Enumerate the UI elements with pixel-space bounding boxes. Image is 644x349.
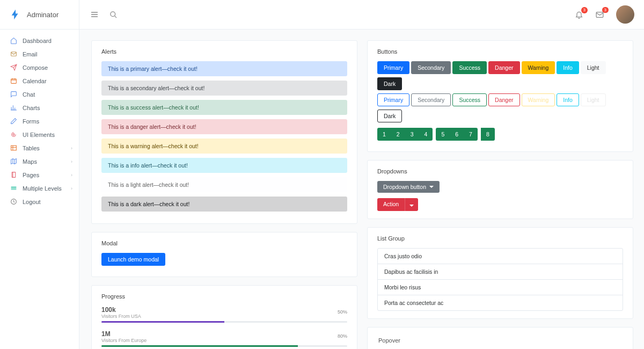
sidebar-item-chat[interactable]: Chat (0, 88, 79, 101)
chevron-right-icon: › (71, 159, 72, 164)
sidebar-item-label: Multiple Levels (23, 185, 62, 192)
sidebar-item-email[interactable]: Email (0, 47, 79, 61)
progress-item: 100kVisitors From USA50% (101, 306, 347, 323)
sidebar-item-ui-elements[interactable]: UI Elements (0, 128, 79, 141)
split-button-caret[interactable] (405, 198, 418, 211)
sidebar-item-label: Pages (23, 172, 39, 178)
list-item[interactable]: Cras justo odio (378, 249, 623, 264)
chevron-right-icon: › (71, 186, 72, 191)
avatar[interactable] (616, 5, 634, 24)
chevron-down-icon (429, 186, 434, 188)
split-button[interactable]: Action (377, 198, 418, 211)
progress-card: Progress 100kVisitors From USA50%1MVisit… (91, 285, 357, 349)
buttons-card: Buttons PrimarySecondarySuccessDangerWar… (367, 40, 633, 152)
pen-icon (10, 118, 17, 125)
group-button-2[interactable]: 2 (391, 128, 405, 141)
sidebar-item-maps[interactable]: Maps› (0, 155, 79, 168)
home-icon (10, 37, 17, 44)
group-button-8[interactable]: 8 (481, 128, 495, 141)
pages-icon (10, 171, 17, 178)
alerts-card: Alerts This is a primary alert—check it … (91, 40, 357, 224)
split-button-label[interactable]: Action (377, 198, 405, 211)
sidebar-item-calendar[interactable]: Calendar (0, 74, 79, 88)
progress-percent: 50% (338, 309, 347, 315)
sidebar-item-dashboard[interactable]: Dashboard (0, 34, 79, 47)
svg-point-0 (111, 11, 115, 16)
alert-success: This is a success alert—check it out! (101, 100, 347, 115)
sidebar-item-label: Calendar (23, 78, 47, 84)
popover-tooltips-card: Popover Click to toggle popover Tootips … (367, 327, 633, 349)
notifications-badge: 3 (581, 7, 588, 13)
sidebar-item-pages[interactable]: Pages› (0, 168, 79, 181)
brand-name: Adminator (27, 11, 58, 19)
card-title: Modal (101, 240, 347, 246)
group-button-7[interactable]: 7 (464, 128, 478, 141)
group-button-3[interactable]: 3 (405, 128, 419, 141)
svg-rect-5 (11, 146, 16, 150)
warning-outline-button[interactable]: Warning (522, 93, 555, 106)
sidebar-item-logout[interactable]: Logout (0, 195, 79, 208)
main-content: Alerts This is a primary alert—check it … (79, 30, 644, 349)
sidebar-item-label: Dashboard (23, 38, 52, 44)
progress-bar (101, 345, 347, 347)
sidebar-item-label: Email (23, 51, 38, 57)
card-title: Progress (101, 293, 347, 300)
listgroup-card: List Group Cras justo odioDapibus ac fac… (367, 227, 633, 319)
success-outline-button[interactable]: Success (452, 93, 487, 106)
dark-outline-button[interactable]: Dark (377, 110, 402, 122)
sidebar-item-label: Compose (23, 64, 48, 71)
sidebar-item-label: Maps (23, 158, 37, 165)
sidebar-item-label: UI Elements (23, 132, 55, 138)
card-title: List Group (377, 235, 623, 242)
info-outline-button[interactable]: Info (557, 93, 579, 106)
sidebar-item-forms[interactable]: Forms (0, 114, 79, 128)
logo-area[interactable]: Adminator (0, 0, 79, 29)
secondary-button[interactable]: Secondary (411, 61, 451, 74)
progress-percent: 80% (338, 333, 347, 339)
dropdowns-card: Dropdowns Dropdown button Action (367, 160, 633, 219)
section-title: Popover (378, 337, 623, 344)
list-item[interactable]: Porta ac consectetur ac (378, 295, 623, 310)
dropdown-button[interactable]: Dropdown button (377, 181, 440, 193)
light-outline-button[interactable]: Light (581, 93, 606, 106)
sidebar-item-compose[interactable]: Compose (0, 61, 79, 74)
dropdown-label: Dropdown button (383, 184, 426, 190)
group-button-5[interactable]: 5 (436, 128, 450, 141)
danger-outline-button[interactable]: Danger (488, 93, 519, 106)
launch-modal-button[interactable]: Launch demo modal (101, 253, 165, 266)
menu-toggle-icon[interactable] (90, 10, 99, 19)
alert-warning: This is a warning alert—check it out! (101, 139, 347, 154)
sidebar-item-multiple-levels[interactable]: Multiple Levels› (0, 181, 79, 195)
sidebar-item-tables[interactable]: Tables› (0, 141, 79, 155)
info-button[interactable]: Info (557, 61, 579, 74)
light-button[interactable]: Light (581, 61, 606, 74)
layers-icon (10, 185, 17, 192)
list-item[interactable]: Morbi leo risus (378, 280, 623, 295)
group-button-4[interactable]: 4 (419, 128, 433, 141)
dark-button[interactable]: Dark (377, 77, 402, 90)
primary-button[interactable]: Primary (377, 61, 409, 74)
svg-rect-3 (11, 79, 16, 84)
sidebar-item-label: Charts (23, 105, 40, 111)
group-button-1[interactable]: 1 (377, 128, 391, 141)
list-item[interactable]: Dapibus ac facilisis in (378, 264, 623, 280)
group-button-6[interactable]: 6 (450, 128, 464, 141)
notifications-icon[interactable]: 3 (575, 10, 583, 19)
modal-card: Modal Launch demo modal (91, 232, 357, 277)
secondary-outline-button[interactable]: Secondary (411, 93, 451, 106)
sidebar-item-label: Logout (23, 199, 41, 205)
search-icon[interactable] (109, 11, 118, 19)
sidebar-item-charts[interactable]: Charts (0, 101, 79, 114)
danger-button[interactable]: Danger (488, 61, 519, 74)
grid-icon (10, 131, 17, 138)
card-title: Dropdowns (377, 168, 623, 174)
chat-icon (10, 91, 17, 98)
primary-outline-button[interactable]: Primary (377, 93, 409, 106)
warning-button[interactable]: Warning (522, 61, 555, 74)
power-icon (10, 198, 17, 205)
alert-secondary: This is a secondary alert—check it out! (101, 81, 347, 96)
success-button[interactable]: Success (452, 61, 487, 74)
bar-icon (10, 104, 17, 111)
messages-icon[interactable]: 3 (595, 10, 604, 19)
svg-point-4 (12, 134, 14, 135)
